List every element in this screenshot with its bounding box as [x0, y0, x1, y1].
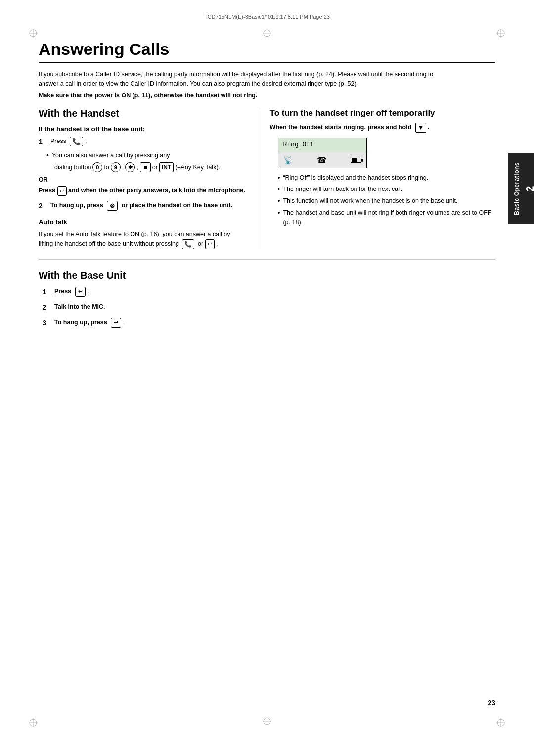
press-or-line: Press ↩ and when the other party answers…: [39, 186, 246, 196]
or-word: or: [152, 164, 158, 171]
reg-mark-tl: [29, 29, 38, 38]
step-1-bullets: • You can also answer a call by pressing…: [46, 151, 246, 173]
left-column: With the Handset If the handset is off t…: [39, 108, 258, 249]
comma-2: ,: [136, 164, 138, 171]
phone-symbol: 📞: [72, 138, 81, 145]
base-step-2: 2 Talk into the MIC.: [43, 302, 495, 313]
ringer-bullet-2: • The ringer will turn back on for the n…: [278, 185, 495, 194]
base-step-3-text: To hang up, press: [54, 319, 107, 326]
ring-off-text: Ring Off: [283, 141, 314, 148]
base-step-1-content: Press ↩ .: [54, 287, 495, 297]
ring-off-bottom-bar: 📡 ☎: [278, 152, 366, 168]
auto-talk-or: or: [198, 240, 205, 247]
btn-9: 9: [111, 162, 121, 172]
base-unit-steps: 1 Press ↩ . 2 Talk into the MIC.: [43, 287, 495, 328]
base-hangup-arrow: ↩: [114, 318, 118, 327]
talk-btn-or-icon: ↩: [57, 186, 67, 196]
step-1: 1 Press 📞 .: [39, 137, 246, 147]
hold-period: .: [428, 124, 429, 131]
or-label: OR: [39, 176, 246, 183]
ringer-bullet-3-text: This function will not work when the han…: [283, 196, 457, 206]
main-content: Answering Calls If you subscribe to a Ca…: [39, 40, 495, 716]
dialing-label: dialing button: [54, 164, 91, 171]
step-2-or-text: or place the handset on the base unit.: [122, 202, 232, 209]
end-icon-symbol: ⊗: [110, 203, 115, 209]
step-2-content: To hang up, press ⊗ or place the handset…: [50, 201, 246, 211]
base-step-1-num: 1: [43, 287, 52, 297]
ringer-bullet-3: • This function will not work when the h…: [278, 196, 495, 206]
section-divider: [39, 259, 495, 260]
auto-talk-heading: Auto talk: [39, 218, 246, 226]
base-step-1-text: Press: [54, 288, 71, 295]
chapter-tab: Basic Operations 2 Chapter: [508, 153, 534, 224]
chapter-subtitle: Basic Operations: [513, 162, 521, 215]
ringer-bullet-1-text: “Ring Off” is displayed and the handset …: [283, 173, 428, 183]
any-key-talk: (–Any Key Talk).: [175, 164, 220, 171]
chapter-number: 2: [523, 186, 534, 191]
ring-off-screen: Ring Off: [278, 138, 366, 152]
base-step-3-num: 3: [43, 318, 52, 328]
step-1-period: .: [85, 138, 87, 144]
intro-bold-text: Make sure that the power is ON (p. 11), …: [39, 92, 495, 99]
reg-mark-bl: [29, 718, 38, 727]
with-handset-heading: With the Handset: [39, 108, 246, 119]
base-step-1-period: .: [87, 288, 89, 295]
page-title: Answering Calls: [39, 40, 495, 63]
bullet-dot-1: •: [46, 151, 49, 161]
auto-talk-period: .: [216, 240, 218, 247]
step-2-text: To hang up, press: [50, 202, 103, 209]
comma-1: ,: [122, 164, 124, 171]
battery-tip: [361, 159, 363, 162]
ringer-bullet-dot-3: •: [278, 196, 280, 206]
two-column-layout: With the Handset If the handset is off t…: [39, 108, 495, 249]
ringer-off-heading: To turn the handset ringer off temporari…: [270, 108, 495, 119]
ringer-off-bullets: • “Ring Off” is displayed and the handse…: [278, 173, 495, 228]
ringer-bullet-dot-1: •: [278, 173, 280, 183]
if-handset-off-heading: If the handset is off the base unit;: [39, 125, 246, 133]
page: TCD715NLM(E)-3Basic1* 01.9.17 8:11 PM Pa…: [0, 0, 534, 756]
to-text: to: [104, 164, 109, 171]
base-step-2-text: Talk into the MIC.: [54, 303, 105, 310]
press-or-text: Press: [39, 188, 57, 194]
ring-off-display: Ring Off 📡 ☎: [278, 138, 367, 168]
when-ringing-text: When the handset starts ringing, press a…: [270, 123, 495, 133]
ringer-bullet-dot-4: •: [278, 208, 280, 218]
btn-hash: ■: [140, 162, 151, 172]
auto-talk-text: If you set the Auto Talk feature to ON (…: [39, 230, 246, 249]
reg-mark-center-top: [263, 29, 271, 39]
base-hang-up-icon: ↩: [111, 318, 121, 328]
ringer-bullet-4: • The handset and base unit will not rin…: [278, 208, 495, 228]
antenna-symbol: 📡: [283, 155, 293, 165]
talk-button-icon: 📞: [70, 137, 83, 146]
header-meta: TCD715NLM(E)-3Basic1* 01.9.17 8:11 PM Pa…: [204, 14, 330, 20]
base-unit-section: With the Base Unit 1 Press ↩ . 2: [39, 270, 495, 328]
base-step-2-content: Talk into the MIC.: [54, 302, 495, 312]
intro-paragraph: If you subscribe to a Caller ID service,…: [39, 70, 444, 89]
base-step-3-content: To hang up, press ↩ .: [54, 318, 495, 328]
auto-talk-phone-icon: 📞: [182, 239, 194, 249]
battery-fill: [352, 158, 357, 162]
press-or-middle: and when the other party answers, talk i…: [68, 188, 245, 194]
ringer-bullet-1: • “Ring Off” is displayed and the handse…: [278, 173, 495, 183]
ringer-bullet-dot-2: •: [278, 185, 280, 194]
right-column: To turn the handset ringer off temporari…: [258, 108, 495, 249]
step-1-number: 1: [39, 137, 48, 147]
battery-symbol: [351, 157, 361, 163]
battery-icon: [351, 157, 361, 163]
step-1-content: Press 📞 .: [50, 137, 246, 146]
auto-talk-arrow: ↩: [208, 240, 212, 248]
step-2: 2 To hang up, press ⊗ or place the hands…: [39, 201, 246, 211]
bullet-any-key-text: You can also answer a call by pressing a…: [52, 151, 170, 160]
base-step-1: 1 Press ↩ .: [43, 287, 495, 297]
handset-wave-symbol: ☎: [317, 155, 327, 165]
btn-0: 0: [92, 162, 102, 172]
bullet-any-key: • You can also answer a call by pressing…: [46, 151, 246, 161]
base-step-3: 3 To hang up, press ↩ .: [43, 318, 495, 328]
reg-mark-br: [496, 718, 505, 727]
when-ringing-para: When the handset starts ringing, press a…: [270, 124, 412, 131]
step-2-number: 2: [39, 201, 48, 211]
base-step-3-period: .: [123, 319, 125, 326]
ringer-bullet-2-text: The ringer will turn back on for the nex…: [283, 185, 402, 194]
auto-talk-section: Auto talk If you set the Auto Talk featu…: [39, 218, 246, 249]
talk-arrow-icon: ↩: [60, 187, 64, 195]
